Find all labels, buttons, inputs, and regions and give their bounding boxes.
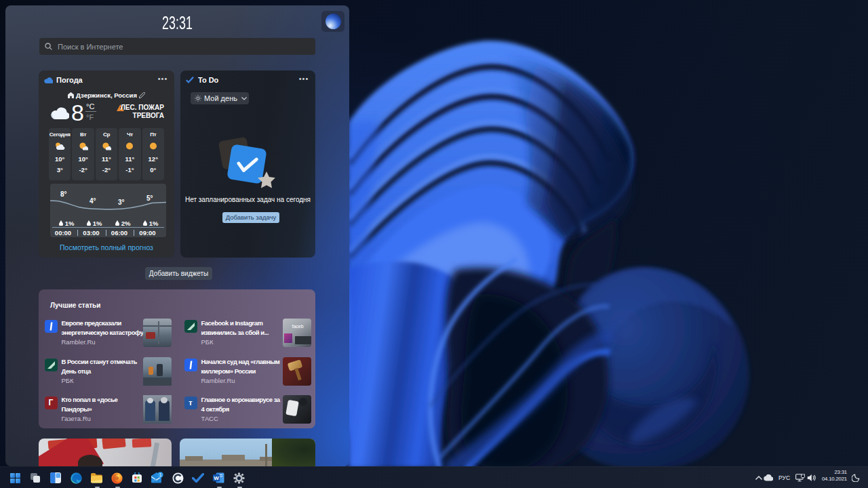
svg-text:1: 1 [159,472,162,477]
svg-text:W: W [214,475,219,481]
